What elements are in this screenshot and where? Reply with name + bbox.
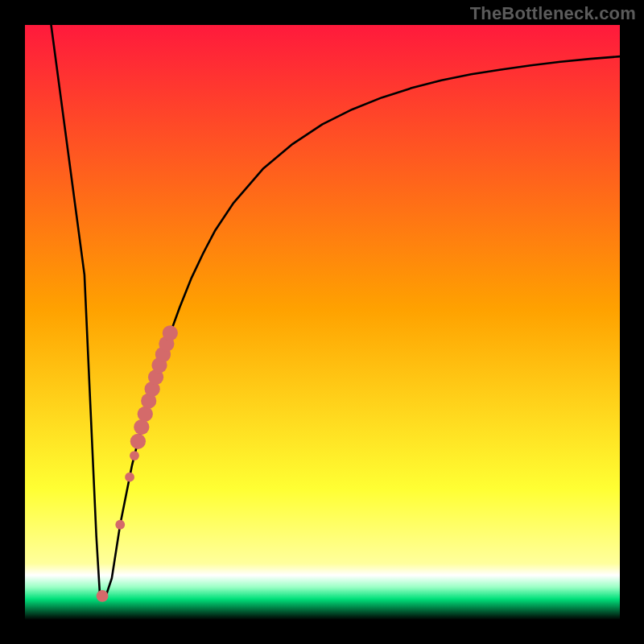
highlight-dot [138,407,153,422]
highlight-dot [134,419,149,435]
plot-area-gradient [25,25,620,620]
bottleneck-chart [0,0,644,644]
highlight-dot [97,590,109,602]
highlight-dot [125,473,134,482]
attribution-label: TheBottleneck.com [470,3,636,24]
chart-stage: TheBottleneck.com [0,0,644,644]
highlight-dot [130,451,139,460]
highlight-dot [115,520,125,530]
highlight-dot [130,434,146,449]
highlight-dot [163,325,178,341]
